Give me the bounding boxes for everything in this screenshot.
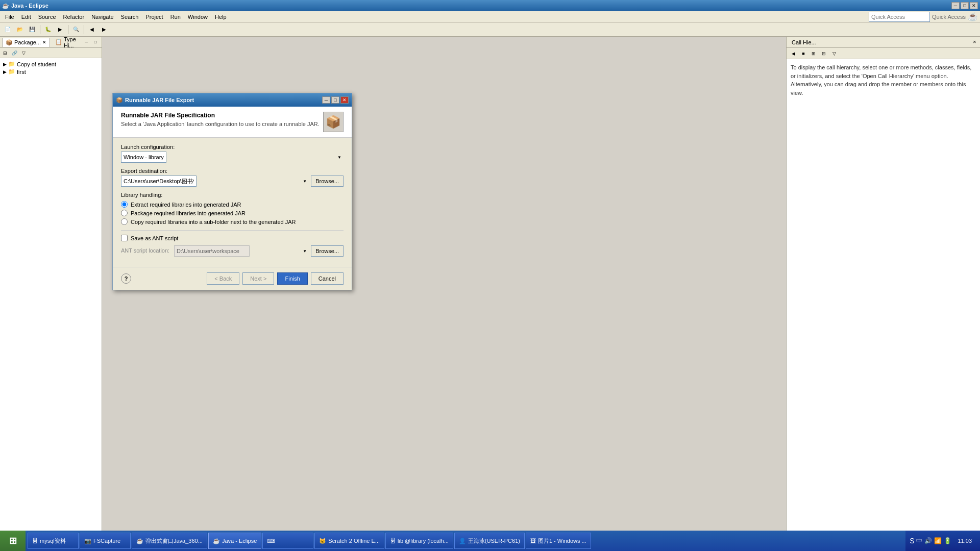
radio-extract-label: Extract required libraries into generate…	[131, 202, 241, 208]
launch-config-select[interactable]: Window - library	[121, 152, 166, 163]
tab-type-hierarchy[interactable]: 📋 Type Hi...	[52, 35, 80, 49]
taskbar-item-fscapture[interactable]: 📷 FSCapture	[80, 533, 131, 549]
export-dest-input[interactable]	[121, 176, 197, 187]
minimize-button[interactable]: ─	[951, 2, 960, 9]
panel-toolbar: ⊟ 🔗 ▽	[0, 48, 102, 58]
call-hierarchy-btn-4[interactable]: ⊟	[819, 49, 828, 58]
dialog-minimize-btn[interactable]: ─	[322, 96, 330, 104]
taskbar-item-mysql[interactable]: 🗄 mysql资料	[28, 533, 79, 549]
export-dest-row: Browse...	[121, 176, 344, 187]
taskbar-item-java360[interactable]: ☕ 弹出式窗口Java_360...	[132, 533, 207, 549]
launch-config-label: Launch configuration:	[121, 144, 344, 150]
toolbar-debug[interactable]: 🐛	[42, 24, 54, 35]
next-button[interactable]: Next >	[242, 272, 274, 285]
package-close-icon[interactable]: ✕	[42, 40, 46, 45]
title-bar-controls: ─ □ ✕	[951, 2, 978, 9]
taskbar-item-eclipse-icon: ☕	[213, 538, 220, 544]
export-dest-label: Export destination:	[121, 168, 344, 174]
taskbar-item-scratch-label: Scratch 2 Offline E...	[328, 538, 380, 544]
java-icon: ☕	[968, 12, 978, 21]
call-hierarchy-btn-3[interactable]: ⊞	[809, 49, 818, 58]
panel-minimize[interactable]: ─	[82, 39, 90, 46]
close-button[interactable]: ✕	[970, 2, 978, 9]
export-dest-wrapper	[121, 176, 309, 187]
taskbar-item-java360-icon: ☕	[136, 538, 143, 544]
radio-extract-input[interactable]	[121, 201, 128, 208]
collapse-all-btn[interactable]: ⊟	[1, 49, 9, 57]
title-bar: ☕ Java - Eclipse ─ □ ✕	[0, 0, 980, 11]
radio-package-input[interactable]	[121, 210, 128, 216]
menu-edit[interactable]: Edit	[18, 13, 34, 21]
eclipse-window: ☕ Java - Eclipse ─ □ ✕ File Edit Source …	[0, 0, 980, 551]
call-hierarchy-btn-5[interactable]: ▽	[829, 49, 839, 58]
toolbar-save[interactable]: 💾	[27, 24, 38, 35]
call-hierarchy-tab[interactable]: Call Hie...	[789, 38, 819, 46]
radio-package[interactable]: Package required libraries into generate…	[121, 210, 344, 216]
menu-bar: File Edit Source Refactor Navigate Searc…	[0, 11, 980, 22]
menu-search[interactable]: Search	[118, 13, 142, 21]
taskbar-item-eclipse-label: Java - Eclipse	[222, 538, 257, 544]
menu-navigate[interactable]: Navigate	[88, 13, 116, 21]
menu-project[interactable]: Project	[142, 13, 166, 21]
taskbar: ⊞ 🗄 mysql资料 📷 FSCapture ☕ 弹出式窗口Java_360.…	[0, 531, 980, 551]
menu-refactor[interactable]: Refactor	[60, 13, 88, 21]
taskbar-item-mysql-label: mysql资料	[40, 537, 66, 545]
right-panel-close-icon[interactable]: ✕	[971, 39, 978, 46]
start-button[interactable]: ⊞	[0, 531, 26, 551]
taskbar-item-user[interactable]: 👤 王海泳(USER-PC61)	[454, 533, 525, 549]
view-menu-btn[interactable]: ▽	[19, 49, 28, 57]
dialog-maximize-btn[interactable]: □	[331, 96, 339, 104]
save-ant-checkbox-item[interactable]: Save as ANT script	[121, 235, 344, 241]
taskbar-item-user-label: 王海泳(USER-PC61)	[468, 537, 520, 545]
menu-source[interactable]: Source	[35, 13, 59, 21]
maximize-button[interactable]: □	[961, 2, 969, 9]
menu-window[interactable]: Window	[185, 13, 211, 21]
call-hierarchy-btn-2[interactable]: ■	[799, 49, 808, 58]
quick-access-input[interactable]	[869, 12, 930, 22]
cancel-button[interactable]: Cancel	[311, 272, 344, 285]
dialog-close-btn[interactable]: ✕	[340, 96, 349, 104]
right-panel-content: To display the call hierarchy, select on…	[787, 59, 980, 533]
finish-button[interactable]: Finish	[277, 272, 307, 285]
export-dest-browse-btn[interactable]: Browse...	[311, 176, 344, 187]
toolbar-new[interactable]: 📄	[2, 24, 13, 35]
tab-package[interactable]: 📦 Package... ✕	[2, 38, 50, 47]
ant-browse-btn[interactable]: Browse...	[311, 245, 344, 257]
tree-item-label: first	[17, 69, 26, 75]
menu-file[interactable]: File	[2, 13, 17, 21]
radio-copy[interactable]: Copy required libraries into a sub-folde…	[121, 218, 344, 225]
taskbar-item-keyboard[interactable]: ⌨	[262, 533, 313, 549]
tree-expand-icon: ▶	[3, 62, 7, 67]
toolbar-search[interactable]: 🔍	[70, 24, 82, 35]
toolbar-open[interactable]: 📂	[14, 24, 26, 35]
toolbar-run[interactable]: ▶	[55, 24, 66, 35]
back-button[interactable]: < Back	[207, 272, 239, 285]
save-ant-checkbox[interactable]	[121, 235, 128, 241]
help-button[interactable]: ?	[121, 273, 131, 284]
menu-help[interactable]: Help	[212, 13, 230, 21]
menu-run[interactable]: Run	[167, 13, 184, 21]
call-hierarchy-btn-1[interactable]: ◀	[789, 49, 798, 58]
toolbar-back[interactable]: ◀	[86, 24, 97, 35]
tree-item-first[interactable]: ▶ 📁 first	[2, 68, 100, 76]
taskbar-item-keyboard-icon: ⌨	[267, 538, 275, 544]
export-dest-group: Export destination: Browse...	[121, 168, 344, 187]
left-panel: 📦 Package... ✕ 📋 Type Hi... ─ □ ⊟ 🔗 ▽	[0, 37, 102, 533]
taskbar-item-lib[interactable]: 🗄 lib @library (localh...	[385, 533, 453, 549]
launch-config-row: Window - library	[121, 152, 344, 163]
dialog-header-icon: 📦	[323, 112, 344, 132]
tree-item-copy-of-student[interactable]: ▶ 📁 Copy of student	[2, 60, 100, 68]
radio-extract[interactable]: Extract required libraries into generate…	[121, 201, 344, 208]
taskbar-item-eclipse[interactable]: ☕ Java - Eclipse	[208, 533, 261, 549]
tray-icon-3: 🔊	[924, 537, 932, 544]
taskbar-item-lib-label: lib @library (localh...	[398, 538, 449, 544]
taskbar-item-scratch[interactable]: 🐱 Scratch 2 Offline E...	[314, 533, 384, 549]
toolbar-forward[interactable]: ▶	[99, 24, 110, 35]
toolbar: 📄 📂 💾 🐛 ▶ 🔍 ◀ ▶	[0, 22, 980, 37]
taskbar-item-picture[interactable]: 🖼 图片1 - Windows ...	[526, 533, 591, 549]
panel-maximize[interactable]: □	[91, 39, 100, 46]
dialog-title-controls: ─ □ ✕	[322, 96, 349, 104]
ant-location-input[interactable]	[174, 245, 250, 257]
link-editor-btn[interactable]: 🔗	[10, 49, 18, 57]
radio-copy-input[interactable]	[121, 218, 128, 225]
